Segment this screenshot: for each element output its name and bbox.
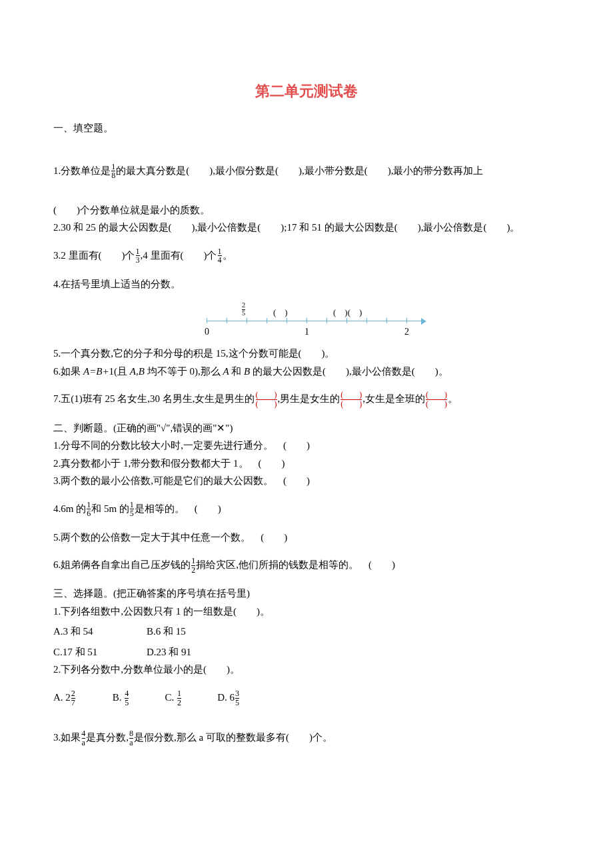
numerator: 1: [177, 689, 181, 698]
denominator: 2: [191, 565, 195, 575]
var-AB: A,B: [130, 366, 145, 377]
section-1-head: 一、填空题。: [53, 121, 560, 136]
numerator: 8: [129, 729, 133, 738]
text: 6.如果: [53, 366, 83, 377]
nl-blank-2-3: ( )( ): [333, 306, 362, 319]
s1-q1-line1: 1.分数单位是18的最大真分数是( ),最小假分数是( ),最小带分数是( ),…: [53, 163, 560, 180]
numerator: 1: [111, 163, 115, 171]
section-3-head: 三、选择题。(把正确答案的序号填在括号里): [53, 586, 560, 601]
var-A: A: [223, 366, 229, 377]
text: 是相等的。 ( ): [135, 503, 221, 513]
opt-c: C.17 和 51: [53, 645, 147, 660]
frac-blank-2: ( )( ): [340, 391, 362, 408]
s1-q1-line2: ( )个分数单位就是最小的质数。: [53, 203, 560, 218]
text: 6.姐弟俩各自拿出自己压岁钱的: [53, 559, 191, 570]
numerator: 2: [71, 689, 75, 698]
frac-4-a: 4a: [81, 729, 85, 747]
s3-q2: 2.下列各分数中,分数单位最小的是( )。: [53, 662, 560, 677]
var-B: B: [244, 366, 250, 377]
text: 7.五(1)班有 25 名女生,30 名男生,女生是男生的: [53, 393, 255, 404]
s2-q3: 3.两个数的最小公倍数,可能是它们的最大公因数。 ( ): [53, 473, 560, 489]
frac-1-4: 14: [218, 247, 222, 265]
frac-1-2b: 12: [177, 689, 181, 707]
opt-d: D.23 和 91: [147, 645, 191, 660]
frac-1-8: 18: [111, 163, 115, 180]
frac-1-3: 13: [136, 247, 140, 265]
nl-2: 2: [404, 325, 409, 339]
opt-b-pre: B.: [113, 691, 125, 702]
numerator: 1: [218, 247, 222, 256]
numerator: 1: [191, 557, 195, 565]
s2-q6: 6.姐弟俩各自拿出自己压岁钱的12捐给灾区,他们所捐的钱数是相等的。 ( ): [53, 557, 560, 574]
numerator: 3: [235, 689, 239, 698]
numerator: ( ): [340, 391, 362, 399]
s3-q3: 3.如果4a是真分数,8a是假分数,那么 a 可取的整数最多有( )个。: [53, 729, 560, 747]
arrow-right-icon: [421, 318, 426, 325]
s3-q1-opts-2: C.17 和 51D.23 和 91: [53, 645, 560, 660]
s3-q1: 1.下列各组数中,公因数只有 1 的一组数是( )。: [53, 604, 560, 619]
numerator: 1: [130, 501, 134, 509]
text: 均不等于 0),那么: [145, 366, 223, 377]
text: 和 5m 的: [91, 503, 129, 513]
var-eq: A=B+: [83, 366, 109, 377]
denominator: 5: [235, 698, 239, 707]
text: 的最大真分数是( ),最小假分数是( ),最小带分数是( ),最小的带分数再加上: [116, 165, 483, 175]
opt-a: A.3 和 54: [53, 624, 147, 639]
text: 1.分数单位是: [53, 165, 111, 175]
s1-q4: 4.在括号里填上适当的分数。: [53, 277, 560, 292]
text: ,4 里面有( )个: [141, 249, 217, 260]
s2-q5: 5.两个数的公倍数一定大于其中任意一个数。 ( ): [53, 530, 560, 545]
denominator: a: [82, 738, 85, 747]
s1-q5: 5.一个真分数,它的分子和分母的积是 15,这个分数可能是( )。: [53, 346, 560, 361]
nl-1: 1: [305, 325, 309, 339]
numerator: 1: [136, 247, 140, 256]
page-title: 第二单元测试卷: [53, 80, 560, 102]
s3-q1-opts-1: A.3 和 54B.6 和 15: [53, 624, 186, 639]
numerator: 4: [125, 689, 129, 698]
s1-q3: 3.2 里面有( )个13,4 里面有( )个14。: [53, 247, 560, 265]
denominator: 6: [87, 509, 91, 518]
denominator: ( ): [340, 399, 362, 409]
nl-0: 0: [205, 325, 209, 339]
denominator: 8: [111, 171, 115, 180]
denominator: ( ): [426, 399, 447, 409]
text: 1(且: [109, 366, 130, 377]
text: 的最大公因数是( ),最小公倍数是( )。: [250, 366, 448, 377]
denominator: ( ): [256, 399, 277, 409]
text: 捐给灾区,他们所捐的钱数是相等的。 ( ): [196, 559, 395, 570]
frac-2-7: 27: [71, 689, 75, 707]
text: 。: [448, 393, 458, 404]
frac-8-a: 8a: [129, 729, 133, 747]
numerator: ( ): [426, 391, 447, 399]
frac-4-5: 45: [125, 689, 129, 707]
number-line: 25 ( ) ( )( ) 0 1 2: [207, 301, 560, 338]
denominator: 4: [218, 255, 222, 265]
text: ,男生是女生的: [278, 393, 340, 404]
text: 4.6m 的: [53, 503, 86, 513]
text: ,女生是全班的: [362, 393, 425, 404]
s2-q1: 1.分母不同的分数比较大小时,一定要先进行通分。 ( ): [53, 438, 560, 453]
text: 3.如果: [53, 732, 81, 743]
opt-a-pre: A. 2: [53, 691, 71, 702]
s1-q7: 7.五(1)班有 25 名女生,30 名男生,女生是男生的( )( ),男生是女…: [53, 391, 560, 408]
frac-blank-1: ( )( ): [256, 391, 277, 408]
nl-blank-1: ( ): [273, 306, 288, 319]
numerator: 4: [81, 729, 85, 738]
denominator: 5: [125, 698, 129, 707]
denominator: 2: [177, 698, 181, 707]
text: 3.2 里面有( )个: [53, 249, 135, 260]
denominator: 3: [136, 255, 140, 265]
frac-1-5: 15: [130, 501, 134, 518]
denominator: 5: [242, 309, 245, 317]
text: 。: [223, 249, 233, 260]
text: 和: [229, 366, 245, 377]
text: 是假分数,那么 a 可取的整数最多有( )个。: [134, 732, 332, 743]
opt-b: B.6 和 15: [147, 624, 186, 639]
section-2-head: 二、判断题。(正确的画"√",错误的画"✕"): [53, 421, 560, 436]
opt-c-pre: C.: [165, 691, 177, 702]
numerator: ( ): [256, 391, 277, 399]
frac-3-5: 35: [235, 689, 239, 707]
frac-2-5-label: 25: [242, 302, 245, 317]
text: 是真分数,: [86, 732, 129, 743]
s3-q2-opts: A. 227 B. 45 C. 12 D. 635: [53, 689, 560, 707]
